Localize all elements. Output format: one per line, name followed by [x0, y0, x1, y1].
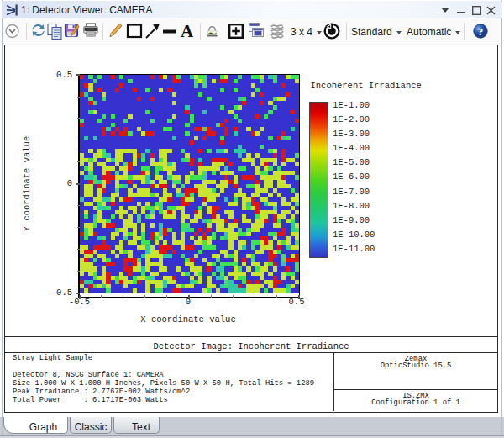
- svg-text:A: A: [181, 21, 194, 41]
- svg-text:?: ?: [478, 25, 484, 38]
